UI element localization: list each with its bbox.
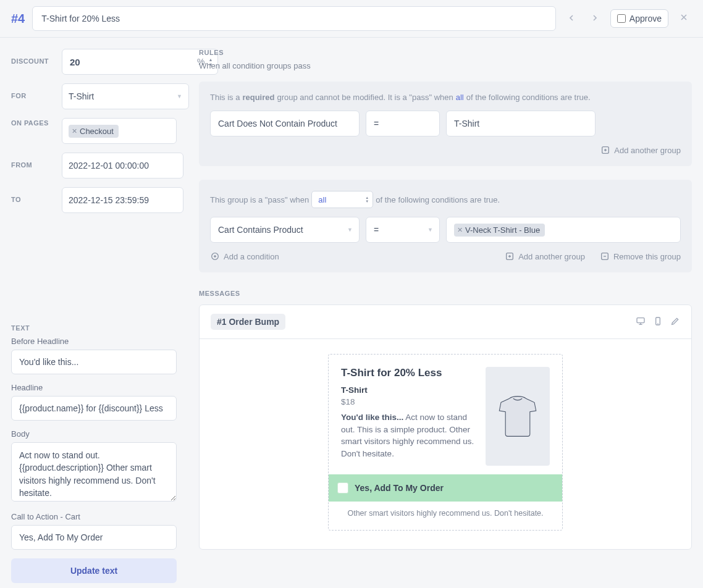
message-icons xyxy=(636,316,680,328)
messages-heading: MESSAGES xyxy=(199,290,692,297)
message-preview: T-Shirt for 20% Less T-Shirt $18 You'd l… xyxy=(328,354,563,531)
to-input[interactable] xyxy=(69,195,177,205)
prev-arrow-icon[interactable] xyxy=(563,10,579,28)
condition-row: Cart Contains Product ▼ = ▼ ✕ V-Neck T-S… xyxy=(210,217,681,243)
condition-operator-select[interactable]: = ▼ xyxy=(366,217,440,243)
to-input-wrap xyxy=(62,187,183,213)
preview-cta-bar[interactable]: Yes, Add To My Order xyxy=(329,474,562,502)
preview-wrapper: T-Shirt for 20% Less T-Shirt $18 You'd l… xyxy=(200,339,691,549)
tshirt-icon xyxy=(490,388,545,444)
update-text-button[interactable]: Update text xyxy=(11,558,177,583)
rule-group-required: This is a required group and cannot be m… xyxy=(199,82,692,166)
for-label: FOR xyxy=(11,91,56,102)
rules-heading: RULES xyxy=(199,49,692,56)
condition-row: Cart Does Not Contain Product = T-Shirt xyxy=(210,111,681,136)
from-input[interactable] xyxy=(69,161,177,170)
value-chip: ✕ V-Neck T-Shirt - Blue xyxy=(454,224,545,237)
svg-rect-4 xyxy=(637,317,644,322)
cta-input[interactable] xyxy=(11,525,177,550)
top-bar: #4 Approve xyxy=(0,0,703,38)
preview-image xyxy=(486,367,550,466)
chip-remove-icon[interactable]: ✕ xyxy=(72,127,77,135)
message-badge: #1 Order Bump xyxy=(211,314,285,330)
headline-input[interactable] xyxy=(11,396,177,421)
add-another-group-link[interactable]: Add another group xyxy=(600,145,681,155)
preview-title: T-Shirt for 20% Less xyxy=(341,367,476,379)
headline-label: Headline xyxy=(11,383,177,392)
text-heading: TEXT xyxy=(11,324,177,332)
onpages-label: ON PAGES xyxy=(11,118,56,129)
for-select[interactable]: ▼ xyxy=(62,83,189,109)
sidebar: DISCOUNT % ▲▼ FOR ▼ ON PAGES ✕ Checkout xyxy=(11,49,177,583)
chevron-down-icon: ▼ xyxy=(427,227,433,233)
approve-checkbox[interactable] xyxy=(617,14,626,23)
discount-input[interactable] xyxy=(62,49,197,74)
preview-product: T-Shirt xyxy=(341,385,476,395)
cta-checkbox[interactable] xyxy=(337,482,348,494)
chip-label: Checkout xyxy=(80,127,114,136)
rule-group-desc: This is a required group and cannot be m… xyxy=(210,93,681,102)
chevron-down-icon: ▼ xyxy=(177,93,182,99)
chevron-down-icon: ▼ xyxy=(347,227,353,233)
chip-label: V-Neck T-Shirt - Blue xyxy=(465,225,540,235)
text-section: TEXT Before Headline Headline Body Call … xyxy=(11,324,177,583)
approve-label: Approve xyxy=(629,14,662,23)
group-match-select[interactable]: all ▲▼ xyxy=(311,191,373,208)
condition-value-input[interactable]: ✕ V-Neck T-Shirt - Blue xyxy=(446,217,681,243)
discount-label: DISCOUNT xyxy=(11,56,56,67)
approve-toggle[interactable]: Approve xyxy=(610,9,668,28)
to-label: TO xyxy=(11,195,56,206)
condition-field-select[interactable]: Cart Contains Product ▼ xyxy=(210,217,360,243)
desktop-icon[interactable] xyxy=(636,316,646,328)
add-another-group-link[interactable]: Add another group xyxy=(505,251,585,261)
title-input[interactable] xyxy=(32,6,556,31)
rules-subtitle: When all condition groups pass xyxy=(199,61,692,70)
preview-price: $18 xyxy=(341,397,476,406)
onpages-input[interactable]: ✕ Checkout xyxy=(62,118,177,144)
record-hash: #4 xyxy=(11,12,25,26)
body-label: Body xyxy=(11,429,177,439)
condition-field: Cart Does Not Contain Product xyxy=(210,111,360,136)
close-icon[interactable] xyxy=(676,9,692,28)
preview-body: You'd like this... Act now to stand out.… xyxy=(341,411,476,460)
cta-label: Call to Action - Cart xyxy=(11,512,177,521)
condition-operator: = xyxy=(366,111,440,136)
before-headline-input[interactable] xyxy=(11,350,177,374)
rule-group-desc: This group is a "pass" when all ▲▼ of th… xyxy=(210,191,681,208)
mobile-icon[interactable] xyxy=(653,316,663,328)
from-input-wrap xyxy=(62,153,183,178)
preview-footer: Other smart visitors highly recommend us… xyxy=(341,509,550,518)
main-panel: RULES When all condition groups pass Thi… xyxy=(199,49,692,583)
add-condition-link[interactable]: Add a condition xyxy=(210,251,279,261)
next-arrow-icon[interactable] xyxy=(587,10,603,28)
messages-header: #1 Order Bump xyxy=(200,305,691,339)
preview-cta-text: Yes, Add To My Order xyxy=(355,483,444,493)
main-content: DISCOUNT % ▲▼ FOR ▼ ON PAGES ✕ Checkout xyxy=(0,38,703,588)
for-select-value xyxy=(69,91,177,101)
edit-icon[interactable] xyxy=(670,316,680,328)
from-label: FROM xyxy=(11,160,56,171)
discount-input-wrap: % ▲▼ xyxy=(62,49,218,75)
chip-remove-icon[interactable]: ✕ xyxy=(457,226,463,234)
remove-group-link[interactable]: Remove this group xyxy=(600,251,681,261)
condition-value: T-Shirt xyxy=(446,111,596,136)
onpages-chip: ✕ Checkout xyxy=(69,125,119,138)
rule-group-footer: Add another group xyxy=(210,145,681,155)
before-headline-label: Before Headline xyxy=(11,337,177,346)
rule-group-footer: Add a condition Add another group Remove… xyxy=(210,251,681,261)
rule-group-editable: This group is a "pass" when all ▲▼ of th… xyxy=(199,180,692,272)
messages-card: #1 Order Bump T xyxy=(199,304,692,550)
body-input[interactable] xyxy=(11,442,177,502)
